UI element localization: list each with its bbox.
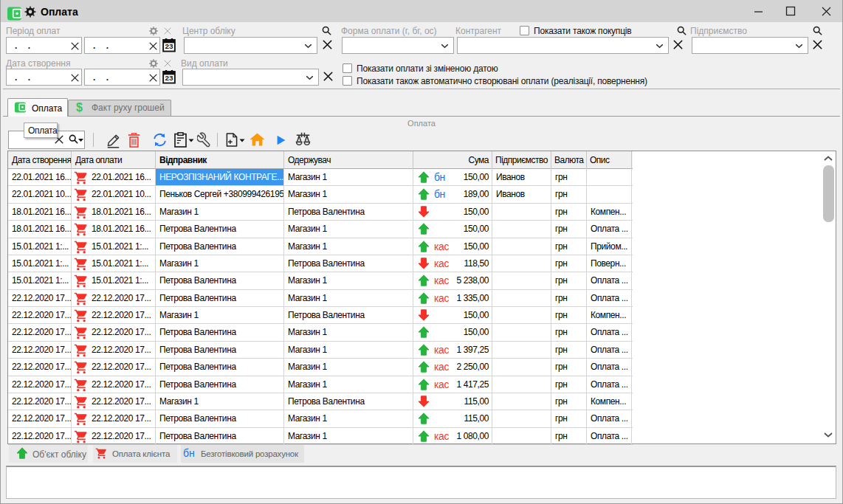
svg-text:23: 23 [165,42,173,50]
svg-text:23: 23 [165,74,173,82]
